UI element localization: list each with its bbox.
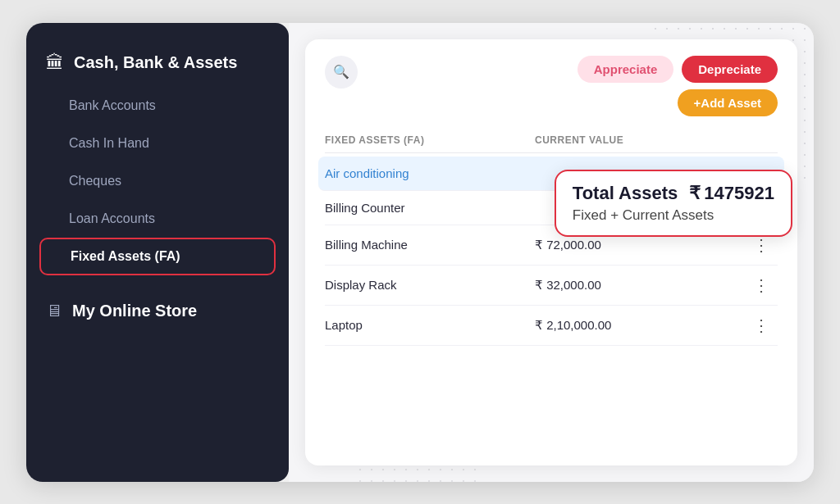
sidebar-item-bank-accounts[interactable]: Bank Accounts <box>26 87 289 125</box>
appreciate-button[interactable]: Appreciate <box>578 56 674 83</box>
assets-card: 🔍 Appreciate Depreciate +Add Asset FIXED… <box>305 39 797 465</box>
sidebar-item-cash-in-hand[interactable]: Cash In Hand <box>26 125 289 162</box>
card-header-left: 🔍 <box>325 56 358 89</box>
table-row[interactable]: Laptop ₹ 2,10,000.00 ⋮ <box>325 306 778 346</box>
sidebar-store-section[interactable]: 🖥 My Online Store <box>26 292 289 330</box>
sidebar-item-loan-accounts[interactable]: Loan Accounts <box>26 200 289 238</box>
total-assets-label: Total Assets <box>573 183 678 204</box>
asset-name-display-rack: Display Rack <box>325 278 535 292</box>
col-header-action <box>745 134 778 146</box>
card-header-right: Appreciate Depreciate +Add Asset <box>578 56 778 116</box>
add-asset-button[interactable]: +Add Asset <box>678 89 778 116</box>
asset-value-billing-machine: ₹ 72,000.00 <box>535 238 745 252</box>
row-action-billing-machine[interactable]: ⋮ <box>745 235 778 255</box>
total-assets-tooltip: Total Assets ₹1475921 Fixed + Current As… <box>555 170 792 237</box>
asset-name-billing-machine: Billing Machine <box>325 238 535 252</box>
card-header: 🔍 Appreciate Depreciate +Add Asset <box>325 56 778 116</box>
asset-name-laptop: Laptop <box>325 318 535 332</box>
main-content: 🔍 Appreciate Depreciate +Add Asset FIXED… <box>289 23 814 482</box>
table-row[interactable]: Air conditioning Total Assets ₹1475921 F… <box>318 157 784 191</box>
total-assets-sub: Fixed + Current Assets <box>573 207 774 224</box>
sidebar-section-title: Cash, Bank & Assets <box>74 53 237 72</box>
sidebar-store-title: My Online Store <box>72 302 197 320</box>
asset-value-laptop: ₹ 2,10,000.00 <box>535 318 745 333</box>
sidebar-item-fixed-assets[interactable]: Fixed Assets (FA) <box>39 238 276 275</box>
bank-icon: 🏛 <box>46 52 64 74</box>
sidebar: 🏛 Cash, Bank & Assets Bank Accounts Cash… <box>26 23 289 482</box>
table-row[interactable]: Display Rack ₹ 32,000.00 ⋮ <box>325 266 778 306</box>
total-assets-value: 1475921 <box>704 183 774 204</box>
table-body: Air conditioning Total Assets ₹1475921 F… <box>325 157 778 449</box>
search-icon: 🔍 <box>333 64 349 79</box>
table-header: FIXED ASSETS (FA) CURRENT VALUE <box>325 126 778 153</box>
asset-name-air-conditioning: Air conditioning <box>325 166 535 180</box>
total-assets-symbol: ₹ <box>689 183 701 204</box>
action-buttons: Appreciate Depreciate <box>578 56 778 83</box>
store-icon: 🖥 <box>46 302 62 320</box>
search-button[interactable]: 🔍 <box>325 56 358 89</box>
sidebar-item-cheques[interactable]: Cheques <box>26 162 289 200</box>
asset-name-billing-counter: Billing Counter <box>325 201 535 215</box>
col-header-value: CURRENT VALUE <box>535 134 745 146</box>
col-header-name: FIXED ASSETS (FA) <box>325 134 535 146</box>
depreciate-button[interactable]: Depreciate <box>682 56 778 83</box>
sidebar-section-header: 🏛 Cash, Bank & Assets <box>26 43 289 87</box>
asset-value-display-rack: ₹ 32,000.00 <box>535 278 745 293</box>
total-assets-line1: Total Assets ₹1475921 <box>573 183 774 204</box>
row-action-laptop[interactable]: ⋮ <box>745 316 778 335</box>
main-container: 🏛 Cash, Bank & Assets Bank Accounts Cash… <box>26 23 814 482</box>
row-action-display-rack[interactable]: ⋮ <box>745 275 778 295</box>
